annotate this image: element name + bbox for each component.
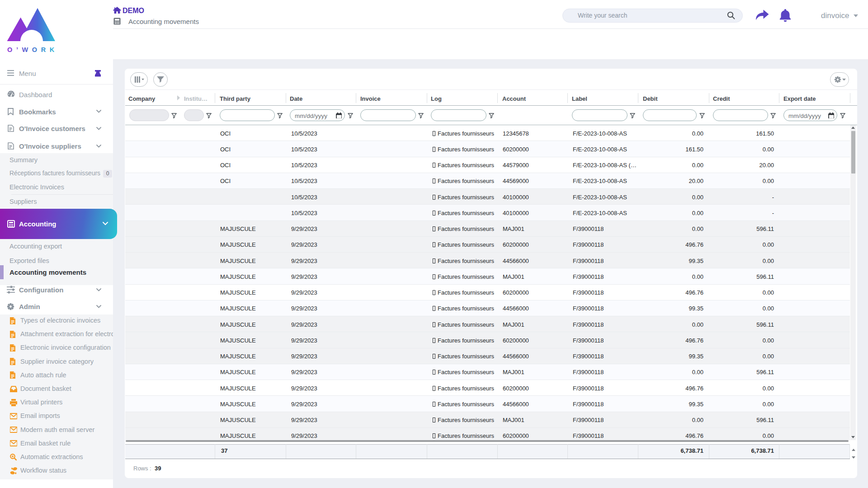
svg-text:O’WORK: O’WORK <box>7 46 57 53</box>
